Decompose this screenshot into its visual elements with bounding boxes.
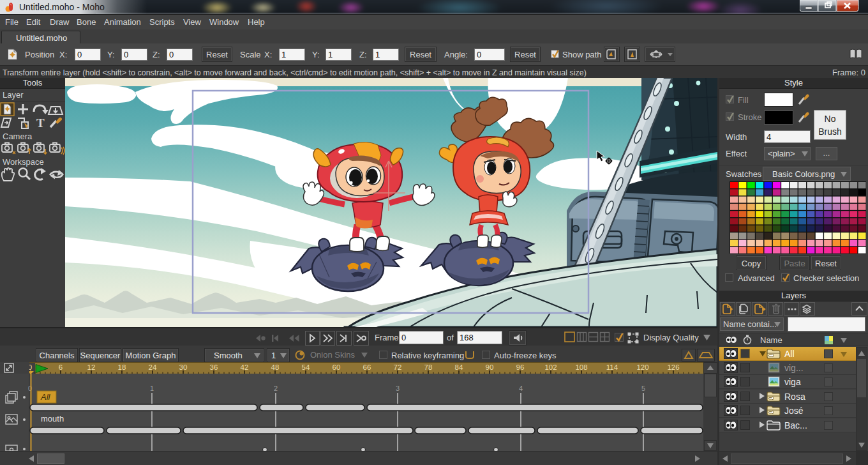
svg-text:36: 36 — [210, 363, 218, 371]
svg-text:60: 60 — [333, 363, 341, 371]
svg-text:90: 90 — [486, 363, 494, 371]
svg-text:114: 114 — [606, 363, 618, 371]
svg-text:5: 5 — [641, 385, 645, 392]
svg-text:mouth: mouth — [41, 414, 64, 423]
svg-text:3: 3 — [396, 385, 400, 392]
svg-text:42: 42 — [241, 363, 249, 371]
svg-text:48: 48 — [271, 363, 280, 371]
svg-text:4: 4 — [519, 385, 523, 392]
svg-text:78: 78 — [424, 363, 433, 371]
svg-text:126: 126 — [667, 363, 679, 371]
svg-text:120: 120 — [636, 363, 648, 371]
svg-text:2: 2 — [274, 385, 278, 392]
svg-text:6: 6 — [59, 363, 63, 371]
svg-text:72: 72 — [394, 363, 402, 371]
svg-text:1: 1 — [150, 385, 154, 392]
svg-text:102: 102 — [544, 363, 557, 371]
svg-text:54: 54 — [302, 363, 310, 371]
svg-text:66: 66 — [363, 363, 371, 371]
svg-text:108: 108 — [575, 363, 587, 371]
svg-text:All: All — [40, 392, 51, 402]
svg-text:T: T — [36, 116, 45, 130]
svg-text:12: 12 — [87, 363, 96, 371]
svg-text:84: 84 — [455, 363, 463, 371]
svg-text:18: 18 — [118, 363, 126, 371]
svg-text:96: 96 — [516, 363, 525, 371]
svg-text:24: 24 — [149, 363, 157, 371]
svg-text:30: 30 — [179, 363, 188, 371]
